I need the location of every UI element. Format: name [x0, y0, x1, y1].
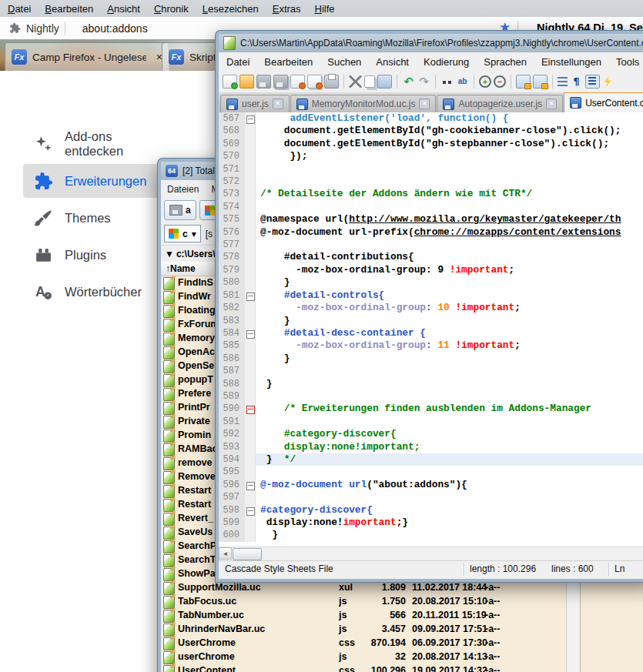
scrollbar-thumb[interactable] [233, 548, 262, 560]
indent-guides-icon[interactable] [585, 75, 600, 89]
sidebar-item-add-ons-entdecken[interactable]: Add-ons entdecken [23, 127, 174, 161]
tab-title: Camp Firefox - Ungelesene [32, 52, 146, 63]
save-icon[interactable] [256, 75, 271, 89]
menubar-item-chronik[interactable]: Chronik [154, 3, 189, 15]
fold-marker-icon[interactable] [246, 330, 255, 339]
line-number: 581 [219, 289, 245, 302]
code-token: } [260, 315, 290, 326]
tc-name-header-label: Name [170, 263, 196, 274]
menubar-item-hilfe[interactable]: Hilfe [315, 3, 335, 15]
tc-drive-button-a[interactable]: a [164, 200, 196, 220]
editor-tab-autopagerize-user-js[interactable]: Autopagerize.user.js× [437, 95, 563, 112]
npp-menu-item-tools[interactable]: Tools [616, 56, 639, 68]
editor-tab-usercontent-css[interactable]: UserContent.css× [564, 92, 643, 112]
editor-tab-memorymonitormod-uc-js[interactable]: MemoryMonitorMod.uc.js× [290, 95, 437, 112]
code-line: 599 display:none!important;} [219, 517, 643, 529]
print-icon[interactable] [324, 75, 339, 89]
sync-h-scroll-icon[interactable] [533, 75, 548, 89]
tab-close-icon[interactable]: × [273, 99, 283, 109]
undo-icon[interactable]: ↶ [402, 75, 415, 88]
save-all-icon[interactable] [273, 75, 288, 89]
line-number: 575 [219, 213, 245, 226]
editor-horizontal-scrollbar[interactable]: ◄ [219, 547, 643, 560]
floppy-drive-icon [169, 205, 183, 216]
macro-lightning-icon[interactable] [602, 76, 613, 88]
close-all-icon[interactable] [307, 75, 322, 89]
code-line: 586 } [219, 353, 643, 365]
npp-menu-item-kodierung[interactable]: Kodierung [424, 56, 469, 68]
open-folder-icon[interactable] [239, 75, 254, 89]
menubar-item-lesezeichen[interactable]: Lesezeichen [203, 3, 259, 15]
word-wrap-icon[interactable] [558, 77, 568, 86]
find-icon[interactable] [440, 75, 454, 88]
notepadpp-window[interactable]: C:\Users\Martin\AppData\Roaming\Mozilla\… [216, 31, 643, 582]
copy-icon[interactable] [364, 75, 375, 88]
npp-menu-item-bearbeiten[interactable]: Bearbeiten [264, 56, 313, 68]
tab-close-icon[interactable]: × [419, 99, 430, 109]
tab-label: user.js [242, 99, 269, 109]
npp-menu-item-sprachen[interactable]: Sprachen [484, 56, 527, 68]
menubar-item-extras[interactable]: Extras [273, 3, 301, 15]
url-text[interactable]: about:addons [73, 22, 148, 35]
zoom-in-icon[interactable]: + [479, 75, 491, 88]
cut-icon[interactable] [349, 75, 362, 88]
npp-menu-item-ansicht[interactable]: Ansicht [376, 56, 409, 68]
urlbar-identity[interactable]: Nightly [0, 17, 73, 39]
tab-close-icon[interactable]: × [546, 99, 557, 109]
npp-titlebar[interactable]: C:\Users\Martin\AppData\Roaming\Mozilla\… [219, 34, 643, 52]
scroll-left-arrow-icon[interactable]: ◄ [219, 547, 232, 560]
file-name: Promin [178, 430, 211, 440]
new-file-icon[interactable] [223, 75, 237, 89]
zoom-out-icon[interactable]: − [494, 75, 506, 88]
fold-margin [245, 453, 256, 466]
file-name: PrintPr [178, 402, 210, 413]
menubar-item-ansicht[interactable]: Ansicht [107, 3, 140, 15]
sidebar-item-themes[interactable]: Themes [23, 201, 174, 235]
line-number: 580 [219, 276, 245, 289]
file-attributes: -a-- [485, 610, 500, 620]
sync-v-scroll-icon[interactable] [516, 75, 531, 89]
npp-tabbar: user.js×MemoryMonitorMod.uc.js×Autopager… [219, 92, 643, 112]
code-token: } [260, 529, 278, 540]
npp-menu-item-suchen[interactable]: Suchen [327, 56, 361, 68]
menubar-item-bearbeiten[interactable]: Bearbeiten [45, 3, 93, 15]
fold-marker-icon[interactable] [246, 406, 255, 414]
tc-drive-combo[interactable]: c ▾ [164, 225, 201, 242]
browser-tab[interactable]: FxCamp Firefox - Ungelesene× [5, 42, 169, 71]
editor-tab-user-js[interactable]: user.js× [220, 95, 290, 112]
code-line: 591 [219, 416, 643, 428]
sidebar-item-erweiterungen[interactable]: Erweiterungen [23, 164, 174, 198]
sidebar-item-plugins[interactable]: Plugins [23, 238, 174, 272]
show-symbols-icon[interactable]: ¶ [570, 75, 583, 88]
tc-menu-item-dateien[interactable]: Dateien [167, 184, 199, 195]
fold-marker-icon[interactable] [246, 507, 255, 516]
close-doc-icon[interactable] [290, 75, 305, 89]
redo-icon[interactable]: ↷ [417, 75, 430, 88]
npp-menu-item-einstellungen[interactable]: Einstellungen [541, 56, 601, 68]
file-name: Floating [178, 305, 216, 316]
fold-marker-icon[interactable] [246, 293, 255, 301]
sidebar-item-label: Themes [65, 211, 111, 226]
replace-icon[interactable]: ab [456, 75, 469, 88]
line-number: 568 [219, 125, 245, 137]
file-name: UserChrome [178, 637, 236, 648]
menubar-item-datei[interactable]: Datei [8, 3, 31, 15]
file-name: Private [178, 416, 210, 426]
fold-marker-icon[interactable] [246, 115, 255, 124]
tc-drive-button-label: a [186, 205, 191, 216]
fold-margin [245, 529, 256, 541]
code-text: #category-discover{ [256, 504, 643, 517]
fold-margin [245, 315, 256, 327]
code-line: 585 -moz-box-ordinal-group: 11 !importan… [219, 339, 643, 352]
sidebar-item-w-rterb-cher[interactable]: AWörterbücher [23, 275, 174, 309]
fold-marker-icon[interactable] [246, 482, 255, 490]
code-line: 588 } [219, 378, 643, 390]
code-line: 570 }); [219, 150, 643, 162]
code-editor[interactable]: 567 addEventListener('load', function() … [219, 112, 643, 547]
paste-icon[interactable] [377, 75, 392, 89]
fold-margin [245, 390, 256, 403]
code-line: 578 #detail-contributions{ [219, 251, 643, 263]
npp-menu-item-datei[interactable]: Datei [226, 56, 249, 68]
identity-label: Nightly [26, 22, 59, 35]
fold-margin [245, 188, 256, 200]
